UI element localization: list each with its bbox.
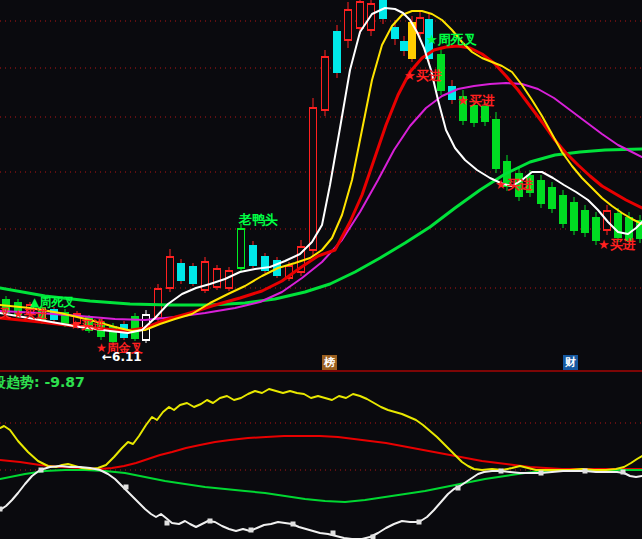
chart-annotation: ★买进 xyxy=(598,237,636,252)
white-square-marker xyxy=(621,470,626,475)
chart-annotation: 叉 xyxy=(0,306,11,320)
candle-body-red xyxy=(226,271,233,288)
candle-body-green xyxy=(471,106,478,122)
white-square-marker xyxy=(539,471,544,476)
white-square-marker xyxy=(456,486,461,491)
white-square-marker xyxy=(0,507,3,512)
white-square-marker xyxy=(165,521,170,526)
osc-yellow xyxy=(0,389,642,470)
candle-body-green xyxy=(560,196,567,223)
candle-body-green xyxy=(571,203,578,230)
candle-body-red xyxy=(345,10,352,40)
white-square-marker xyxy=(417,520,422,525)
candle-body-cyan xyxy=(250,246,257,265)
candle-body-cyan xyxy=(401,42,408,50)
stock-chart-app-window: 叉★买进▲周死叉★买进★周金叉←6.11老鸭头★周死叉★买进★买进★买进★买进 … xyxy=(0,0,642,539)
candle-body-green xyxy=(493,120,500,168)
candle-body-red xyxy=(310,108,317,250)
chart-annotation: ★买进 xyxy=(13,307,48,321)
white-square-marker xyxy=(331,531,336,536)
osc-green xyxy=(0,470,642,502)
osc-red xyxy=(0,436,642,469)
main-price-chart[interactable]: 叉★买进▲周死叉★买进★周金叉←6.11老鸭头★周死叉★买进★买进★买进★买进 xyxy=(0,0,642,371)
chart-annotation: ★周死叉 xyxy=(426,32,477,47)
chart-annotation: ★买进 xyxy=(70,318,105,332)
candle-body-red xyxy=(167,257,174,288)
chart-annotation: ★买进 xyxy=(404,68,442,83)
chart-annotation: ★买进 xyxy=(457,93,495,108)
chart-annotation: ▲周死叉 xyxy=(30,295,75,309)
white-square-marker xyxy=(371,535,376,539)
chart-annotation: ★买进 xyxy=(495,177,533,192)
candle-body-green-hollow xyxy=(238,229,245,268)
indicator-label-text: 趋势: -9.87 xyxy=(6,374,85,390)
candle-body-red xyxy=(322,57,329,110)
candle-body-cyan xyxy=(392,28,399,38)
divider-badge-cai[interactable]: 财 xyxy=(563,355,578,370)
white-square-marker xyxy=(291,522,296,527)
chart-annotation: ←6.11 xyxy=(102,350,142,364)
white-square-marker xyxy=(208,519,213,524)
candle-body-cyan xyxy=(190,267,197,283)
candle-body-green xyxy=(549,188,556,208)
candle-body-green xyxy=(482,107,489,121)
candle-body-green xyxy=(538,181,545,203)
divider-badge-bang[interactable]: 榜 xyxy=(322,355,337,370)
candle-body-red xyxy=(417,18,424,33)
ma-magenta xyxy=(0,83,642,320)
white-square-marker xyxy=(124,485,129,490)
osc-white xyxy=(0,466,642,539)
candle-body-red xyxy=(357,2,364,28)
white-square-marker xyxy=(249,528,254,533)
candle-body-cyan xyxy=(178,264,185,280)
chart-annotation: 老鸭头 xyxy=(238,212,278,227)
candle-body-cyan xyxy=(334,32,341,72)
trend-indicator-chart[interactable] xyxy=(0,372,642,539)
candle-body-red xyxy=(214,269,221,287)
candle-body-green xyxy=(615,214,622,237)
indicator-value-label: 段趋势: -9.87 xyxy=(0,374,85,392)
white-square-marker xyxy=(583,469,588,474)
candle-body-green xyxy=(582,211,589,232)
white-square-marker xyxy=(39,468,44,473)
white-square-marker xyxy=(499,469,504,474)
